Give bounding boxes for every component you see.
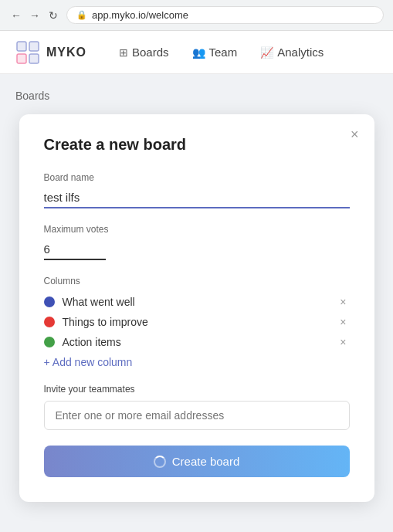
column-dot-blue bbox=[44, 296, 55, 307]
board-name-group: Board name bbox=[44, 172, 350, 208]
column-remove-1[interactable]: × bbox=[337, 296, 349, 308]
nav-boards[interactable]: ⊞ Boards bbox=[110, 41, 178, 63]
back-button[interactable]: ← bbox=[9, 8, 23, 22]
svg-rect-1 bbox=[17, 54, 26, 63]
column-dot-red bbox=[44, 317, 55, 327]
page-content: Boards × Create a new board Board name M… bbox=[0, 74, 393, 517]
svg-rect-2 bbox=[29, 42, 39, 51]
svg-rect-3 bbox=[29, 54, 39, 63]
logo[interactable]: MYKO bbox=[15, 40, 86, 65]
breadcrumb: Boards bbox=[15, 90, 378, 102]
column-name-3: Action items bbox=[63, 336, 330, 348]
max-votes-group: Maximum votes bbox=[44, 224, 350, 260]
columns-group: Columns What went well × Things to impro… bbox=[44, 276, 350, 368]
column-name-2: Things to improve bbox=[63, 316, 330, 328]
create-board-button[interactable]: Create board bbox=[44, 446, 350, 477]
nav-links: ⊞ Boards 👥 Team 📈 Analytics bbox=[110, 41, 333, 63]
logo-text: MYKO bbox=[46, 46, 86, 59]
add-column-button[interactable]: + Add new column bbox=[44, 356, 133, 368]
column-name-1: What went well bbox=[63, 296, 330, 308]
add-column-label: + Add new column bbox=[44, 356, 133, 368]
create-board-modal: × Create a new board Board name Maximum … bbox=[19, 114, 374, 502]
team-icon: 👥 bbox=[192, 46, 205, 59]
board-name-label: Board name bbox=[44, 172, 350, 183]
max-votes-label: Maximum votes bbox=[44, 224, 350, 235]
browser-chrome: ← → ↻ 🔒 app.myko.io/welcome bbox=[0, 0, 393, 31]
invite-group: Invite your teammates bbox=[44, 384, 350, 430]
column-item-things-to-improve: Things to improve × bbox=[44, 316, 350, 328]
columns-label: Columns bbox=[44, 276, 350, 286]
top-nav: MYKO ⊞ Boards 👥 Team 📈 Analytics bbox=[0, 31, 393, 74]
forward-button[interactable]: → bbox=[28, 8, 42, 22]
modal-close-button[interactable]: × bbox=[351, 127, 359, 143]
analytics-icon: 📈 bbox=[260, 46, 273, 59]
board-name-input[interactable] bbox=[44, 188, 350, 208]
nav-team[interactable]: 👥 Team bbox=[183, 41, 247, 63]
invite-input[interactable] bbox=[44, 401, 350, 430]
address-bar[interactable]: 🔒 app.myko.io/welcome bbox=[66, 6, 384, 24]
modal-title: Create a new board bbox=[44, 136, 350, 154]
reload-button[interactable]: ↻ bbox=[46, 8, 60, 22]
boards-icon: ⊞ bbox=[119, 46, 128, 59]
max-votes-input[interactable] bbox=[44, 239, 106, 260]
lock-icon: 🔒 bbox=[76, 10, 87, 20]
invite-label: Invite your teammates bbox=[44, 384, 350, 395]
svg-rect-0 bbox=[17, 42, 26, 51]
column-remove-3[interactable]: × bbox=[337, 336, 349, 348]
url-text: app.myko.io/welcome bbox=[92, 9, 188, 21]
logo-icon bbox=[15, 40, 40, 65]
column-item-what-went-well: What went well × bbox=[44, 296, 350, 308]
create-board-label: Create board bbox=[172, 455, 240, 468]
loading-spinner bbox=[154, 456, 166, 468]
column-dot-green bbox=[44, 337, 55, 347]
column-item-action-items: Action items × bbox=[44, 336, 350, 348]
browser-nav-buttons: ← → ↻ bbox=[9, 8, 60, 22]
column-remove-2[interactable]: × bbox=[337, 316, 349, 328]
nav-analytics[interactable]: 📈 Analytics bbox=[251, 41, 333, 63]
